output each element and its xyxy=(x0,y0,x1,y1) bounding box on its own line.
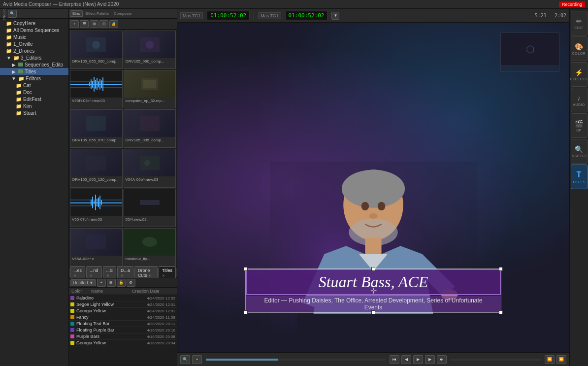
tree-item-titles[interactable]: ▶ Titles xyxy=(0,68,68,75)
handle-br[interactable] xyxy=(499,310,503,314)
title-row-purple-float[interactable]: Floating Purple Bar 4/16/2020 20:10 xyxy=(69,327,177,333)
tree-item-stuart[interactable]: 📁 Stuart xyxy=(0,109,68,116)
tree-item-copyhere[interactable]: 📁 CopyHere xyxy=(0,20,68,27)
media-thumb-9[interactable]: V55-07c^.new.03 xyxy=(70,189,123,227)
thumb-preview-2 xyxy=(124,31,176,58)
col-date: Creation Date xyxy=(131,288,175,294)
tab-drone-cuts[interactable]: Drone Cuts xyxy=(134,266,158,279)
untitled-dropdown[interactable]: Untitled ▼ xyxy=(70,279,96,286)
progress-bar[interactable] xyxy=(206,359,386,361)
bin-icon: ▶ xyxy=(11,62,17,67)
grid-view-btn[interactable]: ⊞ xyxy=(90,20,98,28)
thumb-label-11: V55A-02c^.n xyxy=(70,256,122,262)
left-panel: Project 🔍 📁 CopyHere 📁 All Demo Sequence… xyxy=(0,9,69,366)
search-btn[interactable]: 🔍 xyxy=(8,10,17,18)
tree-item-kim[interactable]: 📁 Kim xyxy=(0,102,68,109)
media-thumb-10[interactable]: 55/4.new.02 xyxy=(124,189,176,227)
svg-rect-12 xyxy=(86,234,106,249)
lock-btn[interactable]: 🔒 xyxy=(109,20,118,28)
tab-es[interactable]: ...es xyxy=(70,266,85,279)
zoom-in-btn[interactable]: + xyxy=(192,355,202,364)
folder-icon: 📁 xyxy=(13,55,19,61)
effects-panel-btn[interactable]: ⚡ EFFECTS xyxy=(571,62,588,87)
skip-fwd-btn[interactable]: ⏩ xyxy=(556,355,566,364)
audio-panel-btn[interactable]: ♪ AUDIO xyxy=(571,88,588,112)
tree-item-editfest[interactable]: 📁 EditFest xyxy=(0,96,68,102)
title-row-purple-bars[interactable]: Purple Bars 4/16/2020 20:08 xyxy=(69,333,177,340)
tab-composer[interactable]: Composer xyxy=(112,11,134,16)
step-back-btn[interactable]: ◀ xyxy=(401,355,411,364)
go-start-btn[interactable]: ⏮ xyxy=(390,355,399,364)
tab-bins[interactable]: Bins xyxy=(70,10,83,17)
list-view-btn[interactable]: ☰ xyxy=(80,20,89,28)
folder-expand-icon: ▼ xyxy=(6,55,12,61)
tree-item-doc[interactable]: 📁 Doc xyxy=(0,89,68,96)
tab-da[interactable]: D...a xyxy=(117,266,133,279)
svg-rect-22 xyxy=(365,238,381,254)
title-row-georgia2[interactable]: Georgia Yellow 4/16/2020 20:04 xyxy=(69,340,177,346)
handle-tr[interactable] xyxy=(499,267,503,271)
title-row-segoe[interactable]: Segoe Light Yellow 4/24/2020 12:01 xyxy=(69,301,177,308)
titles-icon: T xyxy=(577,170,582,179)
edit-panel-btn[interactable]: ✏ EDIt xyxy=(571,11,588,35)
thumb-label-6: ORV105_005_comp... xyxy=(124,137,176,143)
tree-item-music[interactable]: 📁 Music xyxy=(0,33,68,40)
color-panel-btn[interactable]: 🎨 COLOR xyxy=(571,36,588,61)
titler-new-btn[interactable]: + xyxy=(97,279,106,287)
step-fwd-btn[interactable]: ▶ xyxy=(425,355,435,364)
tree-item-editors[interactable]: ▼ 📁 Editors xyxy=(0,75,68,82)
large-grid-btn[interactable]: ⊟ xyxy=(99,20,108,28)
title-row-teal[interactable]: Floating Teal Bar 4/20/2020 20:11 xyxy=(69,321,177,327)
titles-panel-btn[interactable]: T TITLES xyxy=(571,165,588,189)
new-bin-btn[interactable]: + xyxy=(70,20,79,28)
main-layout: Project 🔍 📁 CopyHere 📁 All Demo Sequence… xyxy=(0,9,588,366)
media-thumb-6[interactable]: ORV105_005_comp... xyxy=(124,109,176,148)
svg-point-3 xyxy=(146,41,154,49)
tab-s[interactable]: ...S xyxy=(103,266,117,279)
media-thumb-3[interactable]: V55H-03c^.new.03 xyxy=(70,70,123,108)
title-name[interactable]: Stuart Bass, ACE xyxy=(246,269,501,295)
title-overlay[interactable]: Stuart Bass, ACE Editor — Pushing Daisie… xyxy=(245,268,501,313)
inspect-panel-btn[interactable]: 🔍 INSPECT xyxy=(571,139,588,164)
tree-item-alldemoseq[interactable]: 📁 All Demo Sequences xyxy=(0,27,68,33)
expand-btn[interactable]: ▼ xyxy=(331,12,339,20)
handle-bm[interactable] xyxy=(371,310,375,314)
zoom-out-btn[interactable]: 🔍 xyxy=(180,355,190,364)
thumb-label-4: computer_ep_32.mp... xyxy=(124,98,176,104)
dp-icon: 🎬 xyxy=(575,120,583,128)
media-thumb-8[interactable]: V54A-06b^.new.03 xyxy=(124,149,176,187)
play-btn[interactable]: ▶ xyxy=(413,355,423,364)
bin-icon: ▶ xyxy=(11,68,17,74)
thumb-preview-8 xyxy=(124,149,176,176)
media-thumb-12[interactable]: runabout_fly... xyxy=(124,228,176,266)
tab-titles-active[interactable]: Titles xyxy=(159,266,176,279)
title-row-paladino[interactable]: Paladino 4/24/2020 12:02 xyxy=(69,295,177,301)
handle-tl[interactable] xyxy=(244,267,248,271)
title-row-georgia1[interactable]: Georgia Yellow 4/24/2020 12:01 xyxy=(69,308,177,314)
titler-lock-btn[interactable]: 🔒 xyxy=(117,279,126,287)
media-thumb-7[interactable]: ORV105_055_120_comp... xyxy=(70,149,123,187)
tree-item-2drones[interactable]: 📁 2_Drones xyxy=(0,47,68,54)
tree-item-1orville[interactable]: 📁 1_Orville xyxy=(0,40,68,47)
tree-item-sequences[interactable]: ▶ Sequences_Edito xyxy=(0,61,68,68)
titler-view-btn[interactable]: ⊞ xyxy=(107,279,116,287)
tab-effect-palette[interactable]: Effect Palette xyxy=(84,11,111,16)
titles-bin-panel: ...es ...nd ...S D...a Drone Cuts Titles… xyxy=(69,267,177,366)
media-thumb-4[interactable]: computer_ep_32.mp... xyxy=(124,70,176,108)
titler-settings-btn[interactable]: ⚙ xyxy=(127,279,135,287)
dp-panel-btn[interactable]: 🎬 DP xyxy=(571,113,588,138)
handle-bl[interactable] xyxy=(244,310,248,314)
media-thumb-11[interactable]: V55A-02c^.n xyxy=(70,228,123,266)
media-thumb-1[interactable]: ORV105_055_060_comp... xyxy=(70,31,123,69)
tree-item-cat[interactable]: 📁 Cat xyxy=(0,82,68,89)
handle-tm[interactable] xyxy=(371,267,375,271)
media-thumb-5[interactable]: ORV105_055_070_comp... xyxy=(70,109,123,148)
tab-nd[interactable]: ...nd xyxy=(86,266,102,279)
media-thumb-2[interactable]: ORV105_090_comp... xyxy=(124,31,176,69)
skip-back-btn[interactable]: ⏪ xyxy=(545,355,555,364)
thumb-label-8: V54A-06b^.new.03 xyxy=(124,176,176,183)
title-row-fancy[interactable]: Fancy 4/24/2020 11:59 xyxy=(69,314,177,321)
go-end-btn[interactable]: ⏭ xyxy=(437,355,447,364)
folder-icon: 📁 xyxy=(6,41,12,47)
tree-item-3editors[interactable]: ▼ 📁 3_Editors xyxy=(0,54,68,61)
